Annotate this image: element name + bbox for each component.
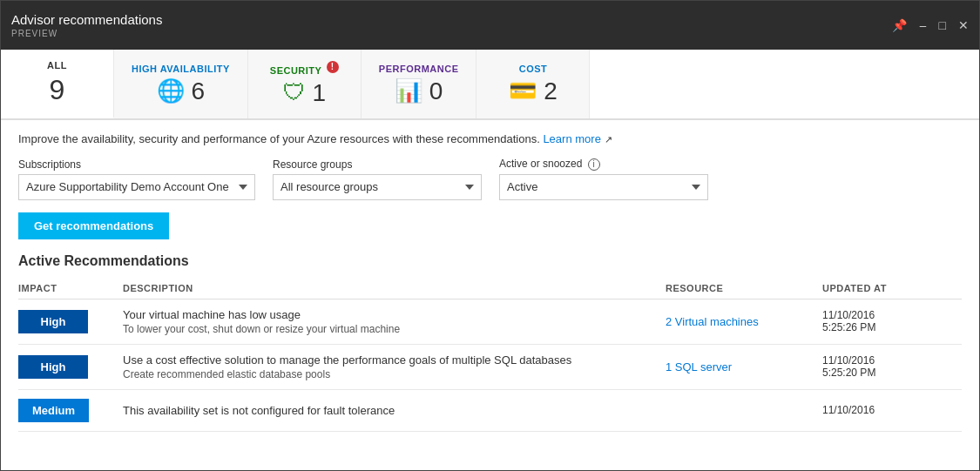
active-snoozed-select[interactable]: Active Snoozed All (499, 174, 708, 200)
title-bar-left: Advisor recommendations PREVIEW (11, 12, 162, 38)
tab-bar-wrapper: ALL 9 HIGH AVAILABILITY 🌐 6 SECURITY ! 🛡… (1, 50, 979, 120)
pin-icon[interactable]: 📌 (892, 18, 907, 32)
maximize-icon[interactable]: □ (939, 18, 946, 32)
resource-groups-select[interactable]: All resource groups (273, 174, 482, 200)
tab-cost-count: 💳 2 (509, 77, 558, 105)
resource-groups-filter: Resource groups All resource groups (273, 158, 482, 200)
description-cell: This availability set is not configured … (123, 404, 666, 417)
tab-perf-label: PERFORMANCE (379, 64, 459, 74)
title-bar: Advisor recommendations PREVIEW 📌 ‒ □ ✕ (1, 1, 979, 50)
updated-time: 5:25:26 PM (822, 321, 962, 333)
subscriptions-select[interactable]: Azure Supportability Demo Account One (18, 174, 255, 200)
tab-cost-label: COST (519, 64, 548, 74)
updated-at-cell: 11/10/2016 (822, 404, 962, 416)
updated-date: 11/10/2016 (822, 354, 962, 367)
impact-cell: High (18, 310, 123, 333)
active-snoozed-label: Active or snoozed i (499, 158, 708, 171)
impact-badge: High (18, 355, 88, 379)
resource-cell: 2 Virtual machines (666, 315, 822, 328)
section-title: Active Recommendations (18, 253, 962, 269)
performance-icon: 📊 (395, 77, 422, 104)
filter-row: Subscriptions Azure Supportability Demo … (18, 158, 962, 200)
tab-ha-label: HIGH AVAILABILITY (132, 64, 230, 74)
tab-ha-count: 🌐 6 (157, 77, 206, 105)
impact-cell: Medium (18, 399, 123, 422)
tab-bar: ALL 9 HIGH AVAILABILITY 🌐 6 SECURITY ! 🛡… (1, 50, 979, 119)
desc-main: This availability set is not configured … (123, 404, 666, 417)
subscriptions-filter: Subscriptions Azure Supportability Demo … (18, 158, 255, 200)
col-updated-at: UPDATED AT (822, 283, 962, 293)
tab-high-availability[interactable]: HIGH AVAILABILITY 🌐 6 (114, 50, 248, 118)
table-row: High Your virtual machine has low usage … (18, 299, 962, 345)
table-row: High Use a cost effective solution to ma… (18, 345, 962, 390)
updated-time: 5:25:20 PM (822, 367, 962, 379)
preview-label: PREVIEW (11, 29, 162, 38)
resource-link[interactable]: 1 SQL server (666, 360, 732, 373)
subscriptions-label: Subscriptions (18, 158, 255, 171)
tab-cost[interactable]: COST 💳 2 (476, 50, 590, 118)
impact-cell: High (18, 355, 123, 379)
desc-sub: Create recommended elastic database pool… (123, 368, 666, 380)
col-description: DESCRIPTION (123, 283, 666, 293)
impact-badge: High (18, 310, 88, 333)
info-icon: i (588, 158, 600, 171)
table-row: Medium This availability set is not conf… (18, 390, 962, 432)
tab-perf-count: 📊 0 (395, 77, 443, 105)
updated-at-cell: 11/10/2016 5:25:20 PM (822, 354, 962, 379)
description-cell: Your virtual machine has low usage To lo… (123, 308, 666, 335)
updated-date: 11/10/2016 (822, 404, 962, 416)
desc-sub: To lower your cost, shut down or resize … (123, 323, 666, 335)
tab-all[interactable]: ALL 9 (1, 50, 114, 118)
external-link-icon: ↗ (605, 134, 612, 145)
active-snoozed-filter: Active or snoozed i Active Snoozed All (499, 158, 708, 200)
info-text: Improve the availability, security and p… (18, 132, 962, 145)
get-recommendations-button[interactable]: Get recommendations (18, 212, 169, 239)
tab-sec-label: SECURITY ! (270, 61, 339, 76)
impact-badge: Medium (18, 399, 89, 422)
col-resource: RESOURCE (666, 283, 822, 293)
description-cell: Use a cost effective solution to manage … (123, 353, 666, 380)
tab-performance[interactable]: PERFORMANCE 📊 0 (362, 50, 477, 118)
desc-main: Use a cost effective solution to manage … (123, 353, 666, 367)
resource-groups-label: Resource groups (273, 158, 482, 171)
globe-icon: 🌐 (157, 77, 185, 104)
resource-link[interactable]: 2 Virtual machines (666, 315, 759, 328)
security-alert-badge: ! (327, 61, 339, 73)
shield-icon: 🛡 (283, 79, 306, 106)
tab-all-count: 9 (50, 74, 65, 106)
desc-main: Your virtual machine has low usage (123, 308, 666, 321)
title-bar-controls: 📌 ‒ □ ✕ (892, 18, 969, 32)
main-content: Improve the availability, security and p… (1, 120, 979, 470)
learn-more-link[interactable]: Learn more (543, 132, 600, 145)
close-icon[interactable]: ✕ (958, 18, 969, 32)
tab-all-label: ALL (47, 60, 67, 71)
minimize-icon[interactable]: ‒ (919, 18, 927, 32)
tab-security[interactable]: SECURITY ! 🛡 1 (248, 50, 362, 118)
table-header: IMPACT DESCRIPTION RESOURCE UPDATED AT (18, 278, 962, 299)
main-window: Advisor recommendations PREVIEW 📌 ‒ □ ✕ … (0, 0, 980, 471)
window-title: Advisor recommendations (11, 12, 162, 27)
updated-date: 11/10/2016 (822, 309, 962, 321)
resource-cell: 1 SQL server (666, 360, 822, 373)
cost-icon: 💳 (509, 77, 537, 104)
updated-at-cell: 11/10/2016 5:25:26 PM (822, 309, 962, 333)
tab-sec-count: 🛡 1 (283, 79, 327, 107)
col-impact: IMPACT (18, 283, 123, 293)
